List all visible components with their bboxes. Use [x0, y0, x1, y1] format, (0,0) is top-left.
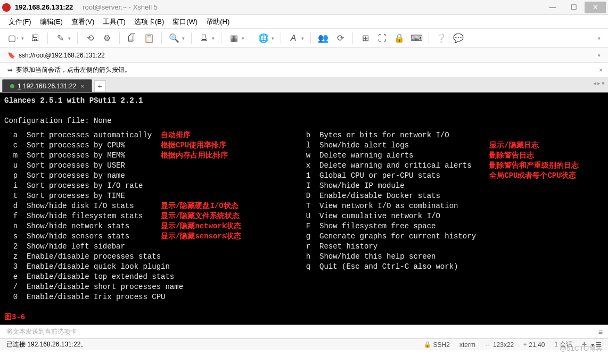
annotation: 显示/隐藏network状态 — [161, 222, 241, 230]
help-line: f Show/hide filesystem stats — [4, 212, 161, 220]
lock-icon[interactable]: 🔒 — [393, 32, 405, 44]
help-line: r Reset history — [297, 242, 489, 251]
paste-icon[interactable]: 📋 — [143, 32, 155, 44]
help-line: 3 Enable/disable quick look plugin — [4, 262, 170, 271]
tabbar: 1 192.168.26.131:22 × + ◂ ▸ ▾ — [0, 78, 608, 93]
copy-icon[interactable]: 🗐 — [126, 32, 138, 44]
annotation: 显示/隐藏日志 — [489, 141, 538, 150]
app-icon — [2, 3, 11, 12]
tab-close-icon[interactable]: × — [80, 83, 84, 89]
menu-window[interactable]: 窗口(W) — [172, 17, 198, 27]
annotation: 根据内存占用比排序 — [161, 151, 228, 160]
size-icon: ↔ — [485, 342, 491, 348]
terminal[interactable]: Glances 2.5.1 with PSutil 2.2.1 Configur… — [0, 93, 608, 325]
save-icon[interactable]: 🖫 — [29, 32, 41, 44]
tab-prev-icon[interactable]: ◂ — [593, 80, 596, 87]
help-line: e Enable/disable top extended stats — [4, 272, 174, 281]
status-size: 123x22 — [493, 341, 514, 349]
annotation: 根据CPU使用率排序 — [161, 141, 226, 150]
annotation: 显示/隐藏文件系统状态 — [161, 212, 240, 220]
watermark: @51CTO博客 — [560, 344, 603, 353]
help-line: q Quit (Esc and Ctrl-C also work) — [297, 262, 489, 271]
new-tab-button[interactable]: + — [94, 80, 106, 92]
help-line: l Show/hide alert logs — [297, 141, 489, 150]
help-line: m Sort processes by MEM% — [4, 151, 161, 160]
status-connection: 已连接 192.168.26.131:22。 — [6, 340, 87, 349]
terminal-header: Glances 2.5.1 with PSutil 2.2.1 — [4, 96, 143, 105]
properties-icon[interactable]: ⚙ — [101, 32, 113, 44]
font-icon[interactable]: A — [287, 32, 299, 44]
close-button[interactable]: ✕ — [585, 2, 606, 13]
search-icon[interactable]: 🔍 — [168, 32, 180, 44]
color-icon[interactable]: ▦ — [228, 32, 240, 44]
help-line: d Show/hide disk I/O stats — [4, 202, 161, 210]
toolbar: ▢+▾ 🖫 ✎▾ ⟲ ⚙ 🗐 📋 🔍▾ 🖶▾ ▦▾ 🌐▾ A▾ 👥 ⟳ ⊞ ⛶ … — [0, 29, 608, 48]
help-line: u Sort processes by USER — [4, 161, 161, 170]
hint-close-icon[interactable]: × — [599, 67, 603, 74]
lock-small-icon: 🔒 — [424, 341, 431, 348]
reconnect-icon[interactable]: ⟲ — [84, 32, 96, 44]
help-line: n Show/hide network stats — [4, 222, 161, 230]
menu-edit[interactable]: 编辑(E) — [40, 17, 63, 27]
help-line: / Enable/disable short processes name — [4, 283, 183, 291]
help-line: w Delete warning alerts — [297, 151, 489, 160]
help-line: g Generate graphs for current history — [297, 232, 489, 241]
help-col-right: b Bytes or bits for network I/O l Show/h… — [297, 130, 579, 302]
toolbar-overflow-icon[interactable]: ▾ — [598, 36, 601, 41]
help-line: z Enable/disable processes stats — [4, 252, 161, 261]
sendbar-menu-icon[interactable]: ≡ — [598, 328, 603, 336]
help-line: t Sort processes by TIME — [4, 192, 161, 200]
print-icon[interactable]: 🖶 — [198, 32, 210, 44]
figure-label: 图3-6 — [4, 312, 25, 322]
help-line: p Sort processes by name — [4, 171, 161, 180]
annotation: 显示/隐藏sensors状态 — [161, 232, 241, 241]
help-line: I Show/hide IP module — [297, 181, 489, 190]
send-input[interactable]: 将文本发送到当前选项卡 — [6, 327, 77, 336]
help-icon[interactable]: ❔ — [436, 32, 447, 44]
menu-view[interactable]: 查看(V) — [71, 17, 94, 27]
help-line: b Bytes or bits for network I/O — [297, 131, 489, 139]
keyboard-icon[interactable]: ⌨ — [410, 32, 422, 44]
new-session-icon[interactable]: ▢+ — [7, 32, 19, 44]
help-line: 0 Enable/disable Irix process CPU — [4, 293, 165, 301]
status-pos: 21,40 — [529, 341, 545, 349]
help-line: a Sort processes automatically — [4, 131, 161, 139]
bookmark-icon[interactable]: 🔖 — [7, 52, 15, 59]
terminal-config: Configuration file: None — [4, 116, 604, 126]
menu-tabs[interactable]: 选项卡(B) — [134, 17, 164, 27]
addressbar-overflow-icon[interactable]: ▾ — [598, 53, 601, 58]
disconnect-icon[interactable]: ✎ — [54, 32, 66, 44]
help-line: 2 Show/hide left sidebar — [4, 242, 161, 251]
fullscreen-icon[interactable]: ⛶ — [376, 32, 388, 44]
minimize-button[interactable]: — — [542, 2, 563, 13]
sendbar[interactable]: 将文本发送到当前选项卡 ≡ — [0, 325, 608, 338]
tab-session[interactable]: 1 192.168.26.131:22 × — [2, 79, 92, 92]
maximize-button[interactable]: ☐ — [563, 2, 585, 13]
tab-next-icon[interactable]: ▸ — [597, 80, 601, 87]
tab-index: 1 — [18, 82, 21, 90]
menu-file[interactable]: 文件(F) — [9, 17, 31, 27]
hint-text: 要添加当前会话，点击左侧的箭头按钮。 — [16, 65, 131, 75]
help-line: F Show filesystem free space — [297, 222, 489, 230]
status-proto: SSH2 — [433, 341, 450, 349]
annotation: 全局CPU或者每个CPU状态 — [489, 171, 576, 180]
refresh-icon[interactable]: ⟳ — [334, 32, 346, 44]
chat-icon[interactable]: 💬 — [453, 32, 464, 44]
users-icon[interactable]: 👥 — [317, 32, 329, 44]
status-dot-icon — [10, 84, 14, 88]
address-url[interactable]: ssh://root@192.168.26.131:22 — [19, 52, 105, 59]
window-title-host: 192.168.26.131:22 — [15, 3, 73, 11]
annotation: 显示/隐藏硬盘I/O状态 — [161, 202, 239, 210]
help-line: s Show/hide sensors stats — [4, 232, 161, 241]
help-line: i Sort processes by I/O rate — [4, 181, 161, 190]
addressbar: 🔖 ssh://root@192.168.26.131:22 ▾ — [0, 48, 608, 63]
help-line: U View cumulative network I/O — [297, 212, 489, 220]
tile-icon[interactable]: ⊞ — [359, 32, 371, 44]
menu-help[interactable]: 帮助(H) — [206, 17, 229, 27]
arrow-icon[interactable]: ➥ — [7, 67, 13, 74]
menu-tools[interactable]: 工具(T) — [103, 17, 126, 27]
tab-list-icon[interactable]: ▾ — [602, 80, 605, 87]
hintbar: ➥ 要添加当前会话，点击左侧的箭头按钮。 × — [0, 63, 608, 78]
tab-label: 192.168.26.131:22 — [23, 82, 76, 90]
globe-icon[interactable]: 🌐 — [258, 32, 269, 44]
